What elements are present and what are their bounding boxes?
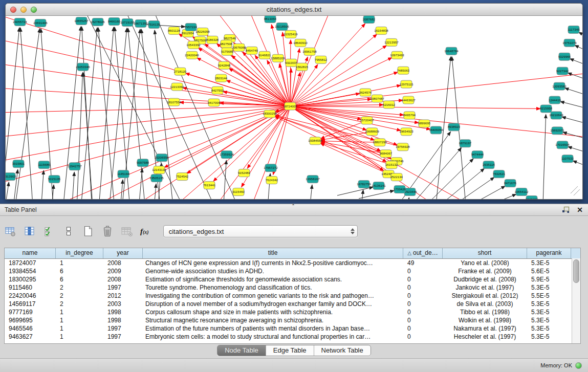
graph-node[interactable]: 1145194 (117, 170, 129, 178)
graph-node[interactable]: 7624342 (266, 177, 278, 184)
table-cell[interactable]: 5.3E-5 (527, 259, 571, 267)
graph-node[interactable]: 6879197 (459, 140, 472, 147)
graph-node[interactable]: 15885209 (271, 54, 285, 62)
column-header-short[interactable]: short (443, 248, 527, 258)
graph-node[interactable]: 19756928 (396, 143, 410, 151)
graph-node[interactable]: 2718120 (174, 68, 187, 75)
table-cell[interactable]: 14569117 (5, 300, 56, 308)
graph-node[interactable]: 19654923 (399, 128, 413, 136)
function-builder-icon[interactable]: f(x) (140, 227, 149, 236)
graph-node[interactable]: 9417004 (208, 99, 221, 106)
table-cell[interactable]: 0 (403, 324, 443, 333)
graph-node[interactable]: 8466160 (108, 17, 121, 25)
table-cell[interactable]: 2008 (103, 259, 143, 267)
table-cell[interactable]: 1997 (103, 283, 143, 292)
graph-node[interactable]: 9899695 (418, 120, 431, 127)
graph-node[interactable]: 12093582 (552, 82, 567, 90)
graph-node[interactable]: 1117345 (568, 26, 580, 33)
graph-node[interactable]: 17957272 (264, 164, 278, 172)
table-cell[interactable]: 2008 (103, 275, 143, 283)
table-cell[interactable]: 22420046 (5, 292, 56, 300)
table-row[interactable]: 1938455462009Genome-wide association stu… (5, 267, 580, 275)
graph-node[interactable]: 9175685 (221, 48, 234, 55)
graph-node[interactable]: 9115460 (232, 188, 245, 196)
graph-node[interactable]: 16961758 (302, 48, 317, 55)
table-cell[interactable]: 2 (56, 283, 103, 292)
graph-node[interactable]: 1107533 (561, 155, 574, 163)
graph-node[interactable]: 14463627 (401, 96, 416, 104)
graph-node[interactable]: 9152481 (238, 169, 251, 177)
graph-node[interactable]: 9245652 (526, 196, 538, 199)
graph-node[interactable]: 8813054 (264, 16, 277, 23)
graph-node[interactable]: 16648784 (444, 47, 459, 55)
table-cell[interactable]: 49 (403, 259, 443, 267)
table-cell[interactable]: 6 (56, 275, 103, 283)
table-cell[interactable]: Changes of HCN gene expression and I(f) … (143, 259, 403, 267)
table-cell[interactable]: Estimation of the future numbers of pati… (143, 324, 403, 333)
graph-node[interactable]: 20691406 (33, 19, 48, 27)
table-cell[interactable]: 1997 (103, 333, 143, 341)
graph-node[interactable]: 8186328 (206, 36, 219, 43)
table-cell[interactable]: Embryonic stem cells: a model to study s… (143, 333, 403, 341)
table-cell[interactable]: 1998 (103, 316, 143, 324)
graph-node[interactable]: 2522134 (390, 173, 403, 181)
table-cell[interactable]: 0 (403, 300, 443, 308)
graph-node[interactable]: 1733426 (394, 186, 406, 193)
table-cell[interactable]: 5.3E-5 (527, 324, 571, 333)
table-cell[interactable]: 5.6E-5 (527, 267, 571, 275)
graph-node[interactable]: 16210643 (549, 112, 563, 119)
graph-node[interactable]: 16782759 (357, 181, 371, 188)
scrollbar-thumb[interactable] (573, 259, 579, 283)
graph-node[interactable]: 7524542 (176, 173, 189, 181)
table-cell[interactable]: Dudbridge et al. (2008) (443, 275, 527, 283)
graph-node[interactable]: 8454749 (246, 47, 258, 54)
table-cell[interactable]: 1997 (103, 324, 143, 333)
table-cell[interactable]: 0 (403, 316, 443, 324)
table-cell[interactable]: Wolkin et al. (1998) (443, 316, 527, 324)
graph-node[interactable]: 10543392 (186, 41, 201, 49)
close-panel-icon[interactable]: ✕ (576, 206, 584, 214)
graph-node[interactable]: 9474444 (471, 151, 484, 159)
graph-node[interactable]: 18640910 (293, 39, 308, 47)
table-row[interactable]: 946554611997Estimation of the future num… (5, 324, 580, 333)
table-cell[interactable]: 1 (56, 316, 103, 324)
graph-node[interactable]: 12942757 (68, 163, 82, 170)
graph-node[interactable]: 2087682 (363, 16, 376, 23)
graph-node[interactable]: 1562815 (296, 63, 309, 71)
table-cell[interactable]: 5.3E-5 (527, 300, 571, 308)
graph-node[interactable]: 1615132 (385, 161, 398, 169)
table-cell[interactable]: Tourette syndrome. Phenomenology and cla… (143, 283, 403, 292)
graph-node[interactable]: 16409354 (429, 126, 443, 134)
select-columns-checkboxes-icon[interactable] (43, 225, 55, 237)
new-table-icon[interactable] (82, 225, 94, 237)
column-header-name[interactable]: name (5, 248, 56, 258)
column-header-out_de[interactable]: △out_de… (403, 248, 443, 258)
graph-node[interactable]: 5015135 (48, 176, 61, 183)
graph-node[interactable]: 8215958 (540, 105, 553, 113)
graph-node[interactable]: 7485063 (397, 67, 410, 74)
graph-node[interactable]: 10807487 (370, 95, 384, 102)
graph-node[interactable]: 18107554 (167, 98, 181, 106)
graph-node[interactable]: 11325419 (284, 30, 298, 38)
table-row[interactable]: 911546021997Tourette syndrome. Phenomeno… (5, 283, 580, 292)
canvas-resize-grip[interactable] (571, 186, 580, 195)
graph-node[interactable]: 1244419 (549, 96, 561, 104)
graph-node[interactable]: 8471676 (504, 180, 517, 187)
table-cell[interactable]: 5.3E-5 (527, 308, 571, 316)
table-settings-icon[interactable] (4, 225, 16, 237)
graph-node[interactable]: 21053346 (76, 63, 90, 71)
table-cell[interactable]: Structural magnetic resonance image aver… (143, 316, 403, 324)
tab-node-table[interactable]: Node Table (217, 345, 266, 356)
table-cell[interactable]: 5.5E-5 (527, 292, 571, 300)
graph-node[interactable]: 15720407 (360, 117, 374, 124)
network-canvas[interactable]: 1872400719384554183002958601128891295418… (6, 16, 582, 199)
panel-splitter-handle[interactable]: ▴ (290, 203, 296, 205)
table-cell[interactable]: Genome-wide association studies in ADHD. (143, 267, 403, 275)
graph-node[interactable]: 17016504 (555, 141, 570, 149)
table-cell[interactable]: Disruption of a novel member of a sodium… (143, 300, 403, 308)
graph-node[interactable]: 14136141 (372, 182, 386, 190)
delete-table-trash-icon[interactable] (101, 225, 114, 237)
table-cell[interactable]: 2 (56, 292, 103, 300)
graph-node[interactable]: 19218506 (275, 23, 289, 30)
table-cell[interactable]: 0 (403, 308, 443, 316)
